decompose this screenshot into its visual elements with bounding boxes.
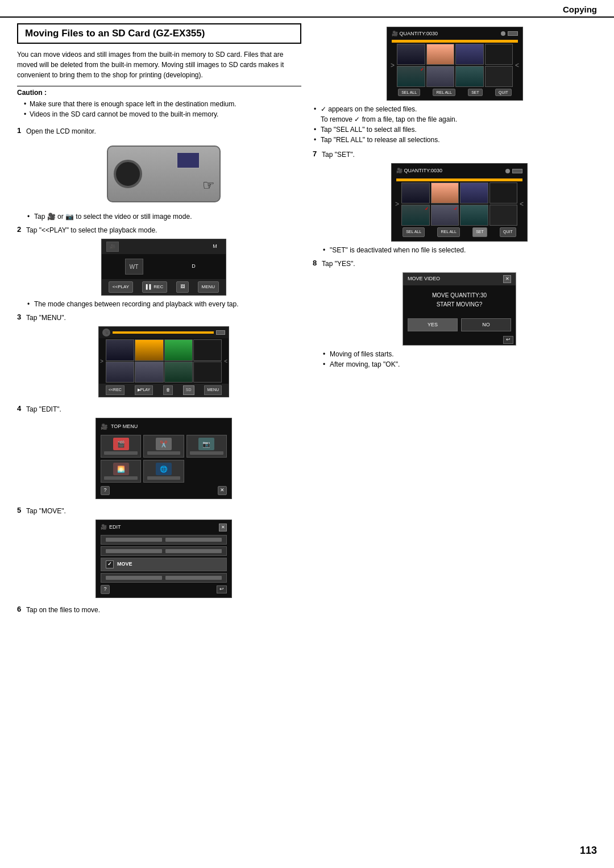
note-remove: To remove ✓ from a file, tap on the file… (313, 114, 597, 124)
edit-item-move[interactable]: ✓ MOVE (101, 558, 227, 571)
sa-cell-3[interactable] (455, 44, 484, 65)
tm-cell-2[interactable]: ✂️ (143, 435, 184, 458)
m-label: M (209, 242, 221, 252)
step-2-text: Tap "<<PLAY" to select the playback mode… (26, 226, 157, 234)
set-btn-7[interactable]: SET (472, 227, 487, 237)
thumb-7 (164, 362, 193, 383)
sa-video-icon: 🎥 (392, 31, 398, 36)
step-8-note-1: Moving of files starts. (322, 349, 597, 359)
thumb-1 (106, 339, 134, 361)
edit-item-2[interactable] (101, 546, 227, 556)
sa-dot (501, 31, 505, 36)
quit-btn[interactable]: QUIT (495, 89, 512, 96)
mv-no-btn[interactable]: NO (461, 318, 511, 332)
step-8-num: 8 (313, 259, 322, 267)
sa-cell-7[interactable] (455, 66, 484, 87)
tm-cell-5[interactable]: 🌐 (143, 460, 184, 483)
sa-title: 🎥 QUANTITY:0030 (392, 31, 438, 36)
rm-delete-btn[interactable]: 🗑 (163, 385, 173, 395)
sa-cell-1[interactable] (397, 44, 425, 65)
sa-bottom-btns[interactable]: SEL ALL REL ALL SET QUIT (389, 87, 520, 98)
sa-cell-7-5[interactable] (401, 205, 430, 226)
sa-nav-prev-7[interactable]: > (394, 199, 400, 209)
sa-progress-bar-top-7 (396, 178, 522, 181)
sa-cell-8[interactable] (485, 66, 513, 87)
sa-nav-prev[interactable]: > (389, 61, 396, 69)
edit-item-4[interactable] (101, 573, 227, 583)
edit-help-btn[interactable]: ? (101, 585, 110, 594)
note-relall: Tap "REL ALL" to release all selections. (313, 135, 597, 145)
edit-back-btn[interactable]: ↩ (217, 585, 227, 593)
sa-cell-5[interactable] (397, 66, 425, 87)
edit-close-btn[interactable]: ✕ (219, 524, 227, 531)
pb-bottom-bar[interactable]: <<PLAY ▌▌ REC 🖼 MENU (102, 279, 226, 295)
sa-cell-2[interactable] (426, 44, 455, 65)
caution-box: Caution : Make sure that there is enough… (17, 86, 301, 119)
step-1-num: 1 (17, 126, 26, 135)
sa-quantity-label: QUANTITY:0030 (400, 31, 438, 36)
rm-play-btn[interactable]: ▶PLAY (135, 385, 153, 395)
rm-top-bar: 🎥 (99, 327, 229, 338)
rel-all-btn-7[interactable]: REL ALL (437, 227, 459, 237)
caution-title: Caution : (17, 89, 301, 97)
sa-quantity-label-7: QUANTITY:0030 (404, 168, 443, 173)
tm-help-btn[interactable]: ? (101, 486, 110, 495)
rm-bottom-bar[interactable]: <<REC ▶PLAY 🗑 SD MENU (99, 384, 229, 397)
sa-cell-4[interactable] (485, 44, 513, 65)
sa-cell-7-6[interactable] (431, 205, 459, 226)
tm-cell-1[interactable]: 🎬 (101, 435, 141, 458)
tm-icon-3: 📷 (198, 438, 214, 450)
sa-row-2 (397, 66, 513, 87)
rm-sd-btn[interactable]: SD (183, 385, 194, 395)
rm-nav-prev[interactable]: > (99, 357, 105, 366)
edit-check: ✓ (106, 560, 114, 568)
rm-rec-btn[interactable]: <<REC (106, 385, 125, 395)
sa-cell-7-8[interactable] (489, 205, 518, 226)
edit-label-bar-4b (165, 576, 222, 580)
sa-cell-7-4[interactable] (489, 182, 518, 203)
sa-grid (397, 44, 513, 87)
sa-progress-bar-top (392, 40, 518, 43)
sa-nav-next-7[interactable]: < (518, 199, 525, 209)
sel-all-btn[interactable]: SEL ALL (398, 89, 420, 96)
step-2-num: 2 (17, 225, 26, 234)
rm-grid-row: > < (99, 338, 229, 384)
play-button[interactable]: <<PLAY (109, 281, 133, 293)
tm-close-btn[interactable]: ✕ (218, 486, 227, 495)
caution-item-1: Make sure that there is enough space lef… (24, 99, 301, 109)
sa-nav-next[interactable]: < (514, 61, 520, 69)
sa-cell-7-1[interactable] (401, 182, 430, 203)
sa-cell-7-3[interactable] (460, 182, 488, 203)
recmode-screen: 🎥 > (98, 326, 229, 397)
rm-menu-btn[interactable]: MENU (204, 385, 222, 395)
rm-nav-next[interactable]: < (223, 357, 229, 366)
thumb-3 (164, 339, 193, 361)
rel-all-btn[interactable]: REL ALL (433, 89, 455, 96)
sa-cell-6[interactable] (426, 66, 455, 87)
tm-header: 🎥 TOP MENU (98, 421, 229, 433)
step-8-text: Tap "YES". (322, 260, 355, 268)
sel-all-btn-7[interactable]: SEL ALL (403, 227, 425, 237)
mv-yes-btn[interactable]: YES (408, 318, 458, 332)
mv-buttons: YES NO (403, 315, 516, 335)
edit-label-bar-4 (106, 576, 162, 580)
tm-cell-3[interactable]: 📷 (186, 435, 227, 458)
sa-row-7-1 (401, 182, 517, 203)
step-5: 5 Tap "MOVE". 🎥 EDIT ✕ (17, 506, 301, 601)
sa-bottom-btns-7[interactable]: SEL ALL REL ALL SET QUIT (394, 226, 525, 239)
mv-close-btn[interactable]: ✕ (503, 275, 511, 283)
wt-icon: WT (125, 259, 143, 275)
rec-button[interactable]: ▌▌ REC (142, 281, 167, 293)
mv-back-btn[interactable]: ↩ (503, 336, 513, 344)
step-4-content: Tap "EDIT". 🎥 TOP MENU 🎬 (26, 404, 301, 502)
quit-btn-7[interactable]: QUIT (500, 227, 516, 237)
pb-icon-btn[interactable]: 🖼 (176, 281, 189, 293)
edit-item-1[interactable] (101, 535, 227, 545)
menu-button[interactable]: MENU (198, 281, 219, 293)
sa-cell-7-2[interactable] (431, 182, 459, 203)
sa-cell-7-7[interactable] (460, 205, 488, 226)
tm-cell-4[interactable]: 🌅 (101, 460, 141, 483)
video-mode-icon: 🎥 (106, 242, 119, 252)
set-btn[interactable]: SET (468, 89, 483, 96)
mv-quantity: MOVE QUANTITY:30 (408, 291, 511, 300)
